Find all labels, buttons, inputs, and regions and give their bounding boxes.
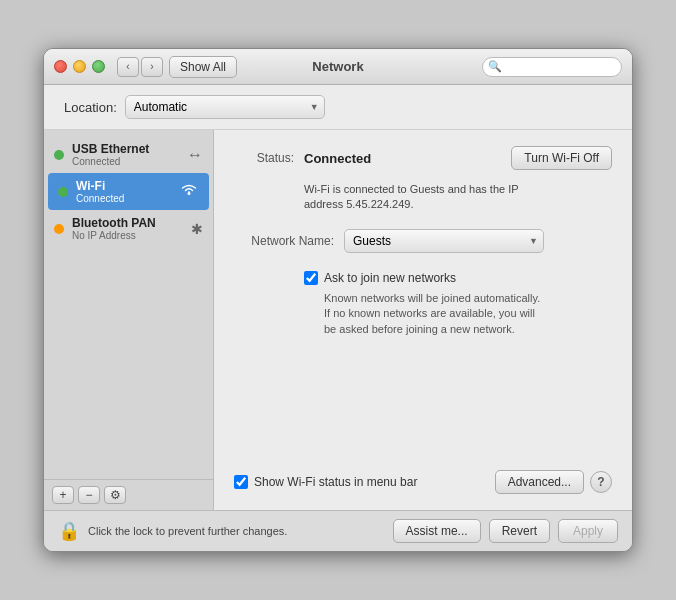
- location-select-wrapper: Automatic Edit Locations... ▼: [125, 95, 325, 119]
- add-service-button[interactable]: +: [52, 486, 74, 504]
- bottom-actions: Show Wi-Fi status in menu bar Advanced..…: [234, 450, 612, 494]
- forward-button[interactable]: ›: [141, 57, 163, 77]
- window-title: Network: [312, 59, 363, 74]
- advanced-button[interactable]: Advanced...: [495, 470, 584, 494]
- show-wifi-label: Show Wi-Fi status in menu bar: [254, 475, 417, 489]
- sidebar-list: USB Ethernet Connected ↔ Wi-Fi Connected: [44, 130, 213, 479]
- show-wifi-row: Show Wi-Fi status in menu bar: [234, 475, 417, 489]
- ask-to-join-row: Ask to join new networks: [304, 271, 612, 285]
- minimize-button[interactable]: [73, 60, 86, 73]
- item-status-bluetooth: No IP Address: [72, 230, 183, 241]
- svg-point-0: [188, 192, 191, 195]
- item-text-wifi: Wi-Fi Connected: [76, 179, 171, 204]
- bluetooth-icon: ✱: [191, 221, 203, 237]
- checkbox-area: Ask to join new networks Known networks …: [304, 271, 612, 337]
- sidebar-item-wifi[interactable]: Wi-Fi Connected: [48, 173, 209, 210]
- sidebar-item-usb-ethernet[interactable]: USB Ethernet Connected ↔: [44, 136, 213, 173]
- item-name-usb-ethernet: USB Ethernet: [72, 142, 179, 156]
- action-gear-button[interactable]: ⚙: [104, 486, 126, 504]
- status-row: Status: Connected Turn Wi-Fi Off: [234, 146, 612, 170]
- back-button[interactable]: ‹: [117, 57, 139, 77]
- network-name-row: Network Name: Guests Other... ▼: [234, 229, 612, 253]
- close-button[interactable]: [54, 60, 67, 73]
- remove-service-button[interactable]: −: [78, 486, 100, 504]
- location-label: Location:: [64, 100, 117, 115]
- status-dot-bluetooth: [54, 224, 64, 234]
- show-wifi-checkbox[interactable]: [234, 475, 248, 489]
- item-text-usb-ethernet: USB Ethernet Connected: [72, 142, 179, 167]
- search-input[interactable]: [482, 57, 622, 77]
- item-text-bluetooth: Bluetooth PAN No IP Address: [72, 216, 183, 241]
- traffic-lights: [54, 60, 105, 73]
- search-wrapper: 🔍: [482, 57, 622, 77]
- status-description: Wi-Fi is connected to Guests and has the…: [304, 182, 612, 213]
- network-name-select[interactable]: Guests Other...: [344, 229, 544, 253]
- revert-button[interactable]: Revert: [489, 519, 550, 543]
- panels: USB Ethernet Connected ↔ Wi-Fi Connected: [44, 130, 632, 510]
- ask-to-join-checkbox[interactable]: [304, 271, 318, 285]
- item-name-bluetooth: Bluetooth PAN: [72, 216, 183, 230]
- main-panel: Status: Connected Turn Wi-Fi Off Wi-Fi i…: [214, 130, 632, 510]
- network-window: ‹ › Show All Network 🔍 Location: Automat…: [43, 48, 633, 552]
- item-status-usb-ethernet: Connected: [72, 156, 179, 167]
- network-select-wrapper: Guests Other... ▼: [344, 229, 544, 253]
- ask-to-join-description: Known networks will be joined automatica…: [324, 291, 612, 337]
- content: Location: Automatic Edit Locations... ▼: [44, 85, 632, 551]
- status-value: Connected: [304, 151, 371, 166]
- show-all-button[interactable]: Show All: [169, 56, 237, 78]
- help-button[interactable]: ?: [590, 471, 612, 493]
- turn-wifi-button[interactable]: Turn Wi-Fi Off: [511, 146, 612, 170]
- item-name-wifi: Wi-Fi: [76, 179, 171, 193]
- sidebar-toolbar: + − ⚙: [44, 479, 213, 510]
- bottom-bar: 🔒 Click the lock to prevent further chan…: [44, 510, 632, 551]
- ask-to-join-label: Ask to join new networks: [324, 271, 456, 285]
- status-dot-usb-ethernet: [54, 150, 64, 160]
- location-select[interactable]: Automatic Edit Locations...: [125, 95, 325, 119]
- status-dot-wifi: [58, 187, 68, 197]
- lock-icon[interactable]: 🔒: [58, 520, 80, 542]
- lock-text: Click the lock to prevent further change…: [88, 525, 385, 537]
- apply-button[interactable]: Apply: [558, 519, 618, 543]
- assist-me-button[interactable]: Assist me...: [393, 519, 481, 543]
- ethernet-icon: ↔: [187, 146, 203, 164]
- item-status-wifi: Connected: [76, 193, 171, 204]
- wifi-icon: [179, 182, 199, 202]
- network-name-label: Network Name:: [234, 234, 334, 248]
- sidebar-item-bluetooth-pan[interactable]: Bluetooth PAN No IP Address ✱: [44, 210, 213, 247]
- sidebar: USB Ethernet Connected ↔ Wi-Fi Connected: [44, 130, 214, 510]
- titlebar: ‹ › Show All Network 🔍: [44, 49, 632, 85]
- maximize-button[interactable]: [92, 60, 105, 73]
- status-label: Status:: [234, 151, 294, 165]
- nav-arrows: ‹ ›: [117, 57, 163, 77]
- location-bar: Location: Automatic Edit Locations... ▼: [44, 85, 632, 130]
